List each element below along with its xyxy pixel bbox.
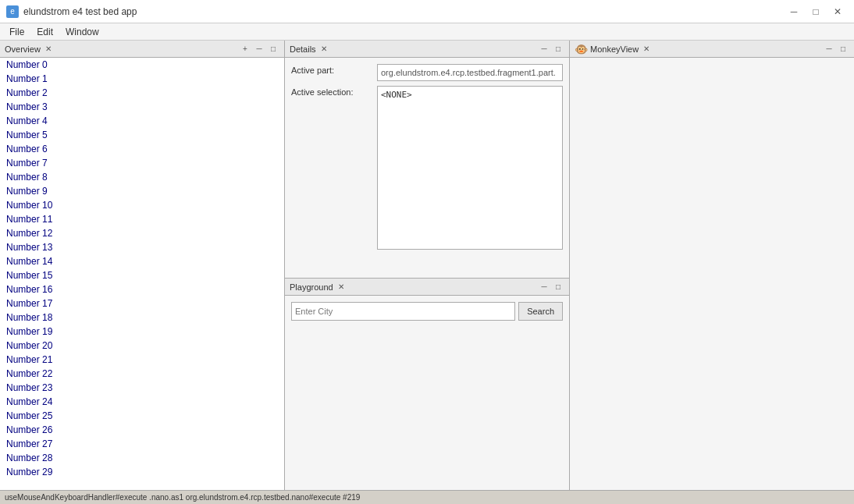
monkey-header: 🐵 MonkeyView ✕ ─ □ <box>570 41 854 58</box>
details-content: Active part: Active selection: <box>285 58 569 278</box>
active-selection-row: Active selection: <box>291 86 563 252</box>
list-item[interactable]: Number 18 <box>0 311 284 325</box>
monkey-content <box>570 58 854 490</box>
list-item[interactable]: Number 1 <box>0 72 284 86</box>
playground-title: Playground <box>290 282 333 292</box>
status-bar: useMouseAndKeyboardHandler#execute .nano… <box>0 490 854 504</box>
panel-area: Overview ✕ + ─ □ Number 0Number 1Number … <box>0 41 854 490</box>
status-text: useMouseAndKeyboardHandler#execute .nano… <box>5 493 360 502</box>
list-item[interactable]: Number 26 <box>0 423 284 437</box>
active-part-input[interactable] <box>377 64 563 81</box>
details-panel: Details ✕ ─ □ Active part: <box>285 41 569 279</box>
details-minimize-button[interactable]: ─ <box>538 43 550 55</box>
overview-header-left: Overview ✕ <box>5 44 53 54</box>
list-item[interactable]: Number 0 <box>0 58 284 72</box>
list-item[interactable]: Number 2 <box>0 86 284 100</box>
details-panel-header: Details ✕ ─ □ <box>285 41 569 58</box>
list-item[interactable]: Number 28 <box>0 451 284 465</box>
overview-add-button[interactable]: + <box>239 43 251 55</box>
menu-file[interactable]: File <box>3 25 30 39</box>
playground-header-right: ─ □ <box>538 281 564 293</box>
title-bar-left: e elundstrom e4 test bed app <box>6 5 137 18</box>
playground-panel-header: Playground ✕ ─ □ <box>285 279 569 296</box>
list-item[interactable]: Number 20 <box>0 339 284 353</box>
details-header-right: ─ □ <box>538 43 564 55</box>
list-item[interactable]: Number 29 <box>0 465 284 479</box>
monkey-panel: 🐵 MonkeyView ✕ ─ □ <box>570 41 854 490</box>
list-item[interactable]: Number 13 <box>0 240 284 254</box>
monkey-header-left: 🐵 MonkeyView ✕ <box>575 43 651 55</box>
playground-content: Search <box>285 296 569 490</box>
list-item[interactable]: Number 5 <box>0 128 284 142</box>
menu-bar: File Edit Window <box>0 23 854 41</box>
list-item[interactable]: Number 25 <box>0 409 284 423</box>
monkey-icon: 🐵 <box>575 43 587 55</box>
menu-window[interactable]: Window <box>59 25 105 39</box>
close-button[interactable]: ✕ <box>827 4 848 20</box>
menu-edit[interactable]: Edit <box>30 25 59 39</box>
list-item[interactable]: Number 3 <box>0 100 284 114</box>
title-bar-controls: ─ □ ✕ <box>784 4 848 20</box>
overview-title: Overview <box>5 44 41 54</box>
playground-maximize-button[interactable]: □ <box>552 281 564 293</box>
active-selection-label: Active selection: <box>291 86 377 97</box>
list-item[interactable]: Number 24 <box>0 395 284 409</box>
list-item[interactable]: Number 16 <box>0 282 284 296</box>
list-item[interactable]: Number 8 <box>0 170 284 184</box>
list-item[interactable]: Number 23 <box>0 381 284 395</box>
monkey-maximize-button[interactable]: □ <box>837 43 849 55</box>
overview-minimize-button[interactable]: ─ <box>253 43 265 55</box>
workspace: Overview ✕ + ─ □ Number 0Number 1Number … <box>0 41 854 504</box>
details-maximize-button[interactable]: □ <box>552 43 564 55</box>
list-item[interactable]: Number 17 <box>0 296 284 311</box>
monkey-minimize-button[interactable]: ─ <box>823 43 835 55</box>
maximize-button[interactable]: □ <box>806 4 826 20</box>
overview-close-icon[interactable]: ✕ <box>44 44 53 54</box>
list-item[interactable]: Number 15 <box>0 268 284 282</box>
minimize-button[interactable]: ─ <box>784 4 804 20</box>
playground-minimize-button[interactable]: ─ <box>538 281 550 293</box>
list-item[interactable]: Number 10 <box>0 198 284 212</box>
list-item[interactable]: Number 22 <box>0 367 284 381</box>
playground-close-icon[interactable]: ✕ <box>336 282 346 292</box>
playground-header-left: Playground ✕ <box>290 282 346 292</box>
list-item[interactable]: Number 11 <box>0 212 284 226</box>
active-selection-textarea[interactable] <box>377 86 563 250</box>
title-bar-text: elundstrom e4 test bed app <box>23 6 137 17</box>
active-part-row: Active part: <box>291 64 563 81</box>
list-item[interactable]: Number 6 <box>0 142 284 156</box>
overview-panel-header: Overview ✕ + ─ □ <box>0 41 284 58</box>
details-close-icon[interactable]: ✕ <box>319 44 329 54</box>
monkey-header-right: ─ □ <box>823 43 849 55</box>
middle-column: Details ✕ ─ □ Active part: <box>285 41 570 490</box>
list-item[interactable]: Number 9 <box>0 184 284 198</box>
active-part-value-box <box>377 64 563 81</box>
list-item[interactable]: Number 21 <box>0 353 284 367</box>
playground-panel: Playground ✕ ─ □ Search <box>285 279 569 490</box>
city-input[interactable] <box>291 302 515 321</box>
overview-header-right: + ─ □ <box>239 43 279 55</box>
active-part-label: Active part: <box>291 64 377 75</box>
monkey-close-icon[interactable]: ✕ <box>642 44 651 54</box>
search-row: Search <box>291 302 563 321</box>
list-item[interactable]: Number 27 <box>0 437 284 451</box>
search-button[interactable]: Search <box>518 302 563 321</box>
list-item[interactable]: Number 19 <box>0 325 284 339</box>
overview-maximize-button[interactable]: □ <box>267 43 279 55</box>
monkey-title: MonkeyView <box>590 44 639 54</box>
app-icon: e <box>6 5 19 18</box>
list-item[interactable]: Number 7 <box>0 156 284 170</box>
list-item[interactable]: Number 4 <box>0 114 284 128</box>
overview-panel: Overview ✕ + ─ □ Number 0Number 1Number … <box>0 41 285 490</box>
right-panels: Details ✕ ─ □ Active part: <box>285 41 854 490</box>
details-title: Details <box>290 44 316 54</box>
list-item[interactable]: Number 12 <box>0 226 284 240</box>
overview-list: Number 0Number 1Number 2Number 3Number 4… <box>0 58 284 490</box>
active-selection-value-box <box>377 86 563 252</box>
list-item[interactable]: Number 14 <box>0 254 284 268</box>
title-bar: e elundstrom e4 test bed app ─ □ ✕ <box>0 0 854 23</box>
details-header-left: Details ✕ <box>290 44 329 54</box>
